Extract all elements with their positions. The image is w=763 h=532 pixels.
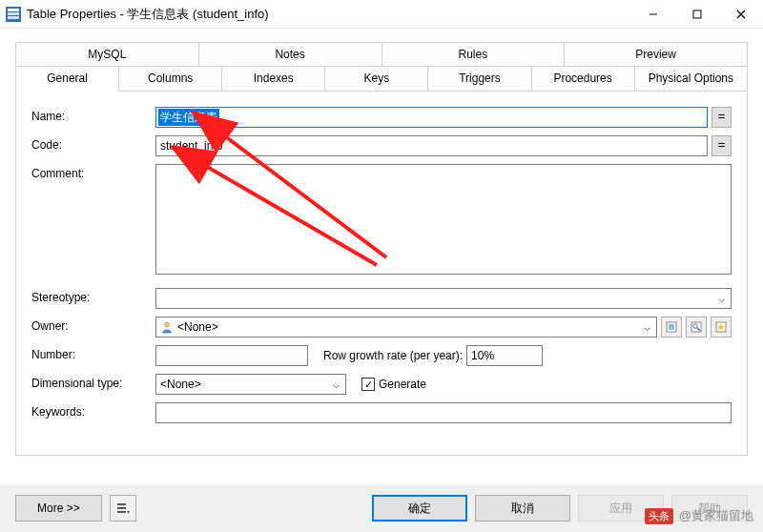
- number-label: Number:: [31, 345, 155, 361]
- code-equals-button[interactable]: =: [711, 135, 732, 156]
- close-button[interactable]: [719, 0, 763, 29]
- tab-keys[interactable]: Keys: [325, 67, 428, 91]
- code-label: Code:: [31, 135, 155, 152]
- name-field[interactable]: 学生信息表: [155, 107, 708, 128]
- dimensional-combo[interactable]: <None> ⌵: [155, 374, 346, 395]
- svg-marker-21: [127, 511, 130, 514]
- owner-label: Owner:: [31, 317, 155, 333]
- name-equals-button[interactable]: =: [711, 107, 732, 128]
- code-field[interactable]: [155, 135, 708, 156]
- dimensional-value: <None>: [160, 378, 328, 391]
- ok-button[interactable]: 确定: [372, 495, 467, 522]
- owner-combo[interactable]: <None> ⌵: [155, 317, 657, 338]
- tab-rules[interactable]: Rules: [382, 43, 566, 66]
- cancel-button[interactable]: 取消: [475, 495, 570, 522]
- svg-point-8: [165, 322, 170, 327]
- app-icon: [6, 7, 21, 22]
- svg-rect-2: [8, 12, 19, 15]
- owner-properties-button[interactable]: [661, 317, 682, 338]
- generate-label: Generate: [379, 378, 426, 391]
- tab-notes[interactable]: Notes: [199, 43, 382, 66]
- name-label: Name:: [31, 107, 155, 123]
- keywords-label: Keywords:: [31, 402, 155, 419]
- watermark-badge: 头条: [645, 508, 673, 524]
- window-title: Table Properties - 学生信息表 (student_info): [27, 6, 269, 23]
- dimensional-label: Dimensional type:: [31, 374, 155, 390]
- svg-rect-5: [693, 10, 701, 18]
- dropdown-menu-button[interactable]: [110, 495, 136, 522]
- row-growth-field[interactable]: [466, 345, 543, 366]
- general-pane: Name: 学生信息表 = Code: = Comment: Stereotyp…: [15, 92, 748, 456]
- watermark: 头条 @黄家猫留地: [645, 507, 753, 524]
- tab-mysql[interactable]: MySQL: [16, 43, 199, 66]
- owner-browse-button[interactable]: [686, 317, 707, 338]
- owner-new-button[interactable]: [711, 317, 732, 338]
- svg-rect-18: [117, 503, 126, 505]
- svg-rect-20: [117, 511, 126, 513]
- svg-rect-3: [8, 16, 19, 19]
- tab-indexes[interactable]: Indexes: [222, 67, 325, 91]
- svg-rect-19: [117, 507, 126, 509]
- name-field-value: 学生信息表: [158, 109, 219, 126]
- stereotype-label: Stereotype:: [31, 288, 155, 304]
- watermark-text: @黄家猫留地: [679, 507, 753, 524]
- svg-rect-1: [8, 9, 19, 11]
- chevron-down-icon: ⌵: [328, 378, 343, 391]
- keywords-field[interactable]: [155, 402, 732, 423]
- tab-physical-options[interactable]: Physical Options: [635, 67, 747, 91]
- tab-general[interactable]: General: [16, 67, 119, 92]
- row-growth-label: Row growth rate (per year):: [323, 349, 463, 362]
- stereotype-combo[interactable]: ⌵: [155, 288, 732, 309]
- tab-triggers[interactable]: Triggers: [428, 67, 531, 91]
- comment-field[interactable]: [155, 164, 732, 275]
- generate-checkbox[interactable]: ✓: [361, 378, 375, 391]
- minimize-button[interactable]: [631, 0, 675, 29]
- number-field[interactable]: [155, 345, 308, 366]
- chevron-down-icon: ⌵: [713, 292, 729, 305]
- comment-label: Comment:: [31, 164, 155, 180]
- tab-preview[interactable]: Preview: [565, 43, 747, 66]
- maximize-button[interactable]: [675, 0, 719, 29]
- tab-procedures[interactable]: Procedures: [532, 67, 635, 91]
- tab-columns[interactable]: Columns: [119, 67, 222, 91]
- more-button[interactable]: More >>: [15, 495, 102, 522]
- owner-value: <None>: [177, 320, 639, 334]
- user-icon: [160, 320, 174, 334]
- chevron-down-icon: ⌵: [639, 320, 654, 334]
